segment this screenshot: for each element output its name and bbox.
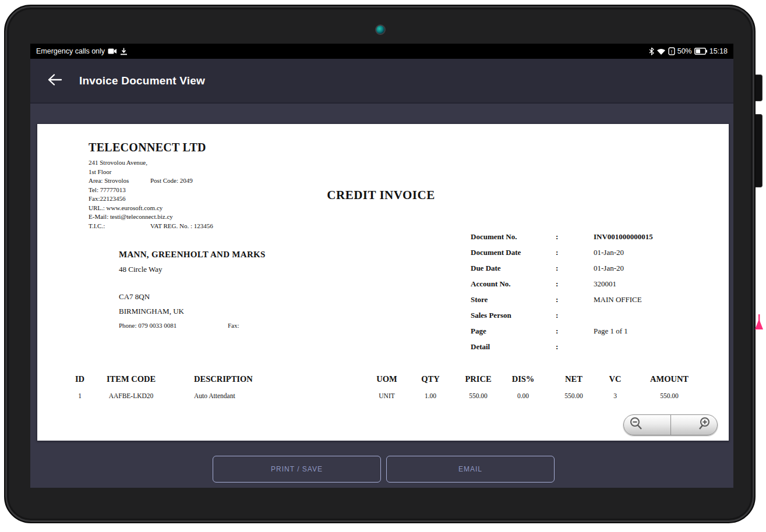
detail-value: MAIN OFFICE [594,295,642,304]
company-address-line: Area: Strovolos Post Code: 2049 [89,176,173,186]
status-bar-left: Emergency calls only [36,47,128,55]
zoom-out-button[interactable] [624,415,671,435]
video-camera-icon [108,48,117,55]
column-header: VC [598,374,633,384]
print-save-button[interactable]: PRINT / SAVE [213,456,381,483]
app-bar: Invoice Document View [30,59,733,104]
sim-alert-icon: ! [668,47,675,55]
detail-label: Page [471,327,486,335]
customer-block: MANN, GREENHOLT AND MARKS 48 Circle Way … [119,250,266,329]
company-fax: Fax:22123456 [89,194,173,204]
customer-phone: Phone: 079 0033 0081 [119,322,177,329]
customer-city: BIRMINGHAM, UK [119,307,266,316]
back-button[interactable] [45,72,64,90]
detail-row: Account No. : 320001 [471,279,727,295]
company-address-block: 241 Strovolou Avenue, 1st Floor Area: St… [89,158,173,230]
page: Emergency calls only ! 50% [0,0,766,532]
battery-icon [694,48,707,55]
detail-value: INV001000000015 [594,232,653,242]
status-bar: Emergency calls only ! 50% [30,44,733,59]
customer-name: MANN, GREENHOLT AND MARKS [119,250,266,260]
detail-label: Document Date [471,248,521,257]
company-tel: Tel: 77777013 [89,186,173,195]
cell-item-code: AAFBE-LKD20 [96,392,166,399]
company-vat: VAT REG. No. : 123456 [150,222,213,231]
column-header: ID [59,374,100,384]
detail-separator: : [556,279,558,289]
cell-id: 1 [59,392,100,399]
customer-contact-line: Phone: 079 0033 0081 Fax: [119,322,266,329]
battery-percent-text: 50% [677,47,692,55]
back-arrow-icon [47,73,62,88]
cell-net: 550.00 [548,392,600,399]
cell-uom: UNIT [363,392,410,399]
screen: Emergency calls only ! 50% [30,44,733,488]
company-tic: T.I.C.: [89,222,105,229]
zoom-in-icon [698,417,712,433]
cell-description: Auto Attendant [194,392,357,399]
customer-address: 48 Circle Way [119,265,266,274]
detail-separator: : [556,311,558,320]
column-header: QTY [407,374,454,384]
detail-value: 01-Jan-20 [594,248,624,257]
column-header: ITEM CODE [96,374,166,384]
detail-label: Store [471,295,488,304]
annotation-pointer-icon [754,314,764,334]
document-details-block: Document No. : INV001000000015 Document … [471,232,727,358]
company-email: E-Mail: testi@teleconnect.biz.cy [89,212,173,222]
company-address-line: 241 Strovolou Avenue, [89,158,173,168]
company-post-code: Post Code: 2049 [150,176,193,186]
email-button[interactable]: EMAIL [386,456,555,483]
detail-separator: : [556,232,558,242]
column-header: PRICE [452,374,504,384]
detail-row: Sales Person : [471,311,727,327]
table-row: 1 AAFBE-LKD20 Auto Attendant UNIT 1.00 5… [37,392,730,405]
invoice-document: TELECONNECT LTD 241 Strovolou Avenue, 1s… [37,123,729,441]
detail-row: Due Date : 01-Jan-20 [471,264,727,279]
download-icon [120,48,128,55]
detail-label: Sales Person [471,311,511,320]
detail-separator: : [556,295,558,304]
detail-row: Store : MAIN OFFICE [471,295,727,311]
detail-separator: : [556,327,558,336]
front-camera-icon [375,24,386,35]
detail-row: Document No. : INV001000000015 [471,232,727,248]
zoom-out-icon [629,417,643,433]
network-status-text: Emergency calls only [36,47,105,55]
company-tax-line: T.I.C.: VAT REG. No. : 123456 [89,222,173,231]
cell-dis: 0.00 [500,392,546,399]
customer-postcode: CA7 8QN [119,292,266,302]
detail-value: 01-Jan-20 [594,264,624,273]
zoom-in-button[interactable] [671,415,718,435]
company-name: TELECONNECT LTD [89,141,206,154]
cell-vc: 3 [598,392,633,399]
column-header: NET [548,374,600,384]
detail-row: Detail : [471,342,727,358]
company-url: URL.: www.eurosoft.com.cy [89,204,173,213]
detail-label: Document No. [471,232,517,241]
detail-label: Due Date [471,264,501,272]
wifi-icon [656,48,666,55]
column-header: DIS% [500,374,546,384]
svg-text:!: ! [670,49,672,55]
detail-row: Page : Page 1 of 1 [471,327,727,342]
company-area: Area: Strovolos [89,177,129,184]
column-header: UOM [363,374,410,384]
clock-text: 15:18 [709,47,728,55]
document-type-title: CREDIT INVOICE [270,188,492,203]
cell-price: 550.00 [452,392,504,399]
detail-separator: : [556,248,558,257]
detail-value: Page 1 of 1 [594,327,628,336]
page-title: Invoice Document View [79,75,205,87]
column-header: DESCRIPTION [194,374,357,384]
items-table-header: ID ITEM CODE DESCRIPTION UOM QTY PRICE D… [37,374,730,387]
column-header: AMOUNT [640,374,698,384]
bluetooth-icon [649,47,654,55]
zoom-control [623,414,718,435]
detail-value: 320001 [594,279,616,289]
status-bar-right: ! 50% 15:18 [649,47,728,55]
detail-separator: : [556,342,558,352]
detail-label: Detail [471,342,490,351]
detail-separator: : [556,264,558,273]
company-address-line: 1st Floor [89,168,173,177]
